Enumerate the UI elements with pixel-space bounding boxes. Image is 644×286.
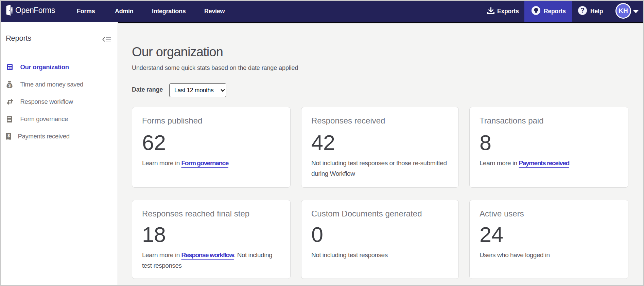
svg-text:$: $ bbox=[7, 133, 10, 138]
svg-text:$: $ bbox=[8, 83, 11, 88]
